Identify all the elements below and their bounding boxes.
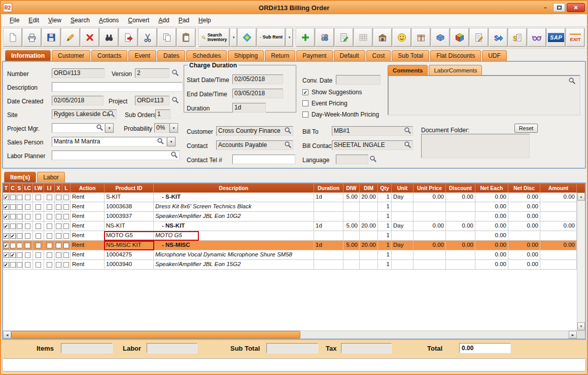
- tab-payment[interactable]: Payment: [296, 50, 332, 61]
- price-list-button[interactable]: $: [508, 28, 527, 47]
- row-checkbox-i-c[interactable]: [25, 262, 30, 268]
- sub-rent-dropdown[interactable]: [286, 28, 293, 47]
- save-button[interactable]: [42, 28, 60, 47]
- row-checkbox-l[interactable]: [63, 243, 69, 248]
- container-button[interactable]: [431, 28, 449, 47]
- row-checkbox-i-w[interactable]: [36, 223, 41, 229]
- column-header-description[interactable]: Description: [154, 183, 314, 193]
- table-row[interactable]: ✓Rent10003638Dress Kit 8x6' Screen Techn…: [3, 202, 585, 212]
- kits-cube-button[interactable]: [451, 28, 469, 47]
- tab-customer[interactable]: Customer: [52, 50, 90, 61]
- column-header-dim[interactable]: DIM: [360, 183, 378, 193]
- menu-add[interactable]: Add: [154, 15, 174, 25]
- find-button[interactable]: [100, 28, 118, 47]
- column-header-diw[interactable]: DIW: [343, 183, 360, 193]
- option-checkbox[interactable]: [302, 100, 308, 106]
- row-checkbox-i-i[interactable]: [47, 214, 52, 219]
- row-checkbox-l[interactable]: [63, 252, 69, 258]
- scroll-left-button[interactable]: [3, 331, 11, 339]
- contact-field[interactable]: Accounts Payable: [216, 140, 293, 150]
- contact-lookup-icon[interactable]: [284, 141, 292, 149]
- scrollbar-thumb[interactable]: [11, 331, 300, 339]
- tab-flat-discounts[interactable]: Flat Discounts: [430, 50, 481, 61]
- column-header-s[interactable]: S: [16, 183, 23, 193]
- row-checkbox-x[interactable]: [56, 233, 61, 239]
- column-header-l[interactable]: L: [62, 183, 71, 193]
- tab-cost[interactable]: Cost: [366, 50, 391, 61]
- start-date-field[interactable]: 02/05/2018: [232, 74, 283, 84]
- total-field[interactable]: 0.00: [459, 343, 511, 353]
- menu-pad[interactable]: Pad: [174, 15, 194, 25]
- menu-view[interactable]: View: [44, 15, 66, 25]
- scroll-right-button[interactable]: [569, 331, 577, 339]
- sap-button[interactable]: SAP: [547, 28, 565, 47]
- row-checkbox-i-i[interactable]: [47, 223, 52, 229]
- sub-rent-button[interactable]: Sub Rent: [257, 28, 285, 47]
- row-checkbox-c[interactable]: [10, 195, 16, 200]
- tab-schedules[interactable]: Schedules: [186, 50, 227, 61]
- new-document-button[interactable]: [4, 28, 22, 47]
- column-header-product-id[interactable]: Product ID: [105, 183, 154, 193]
- minimize-button[interactable]: –: [539, 3, 551, 12]
- project-field[interactable]: ORD#113: [135, 96, 169, 105]
- table-row[interactable]: ✓✓RentMOTO G5MOTO G510.00: [3, 231, 585, 241]
- table-row[interactable]: ✓RentNS-MISC KIT- NS-MISC1d5.0020.001Day…: [3, 241, 585, 250]
- row-checkbox-c[interactable]: [10, 223, 16, 229]
- row-checkbox-c[interactable]: ✓: [10, 233, 16, 239]
- row-checkbox-t[interactable]: ✓: [4, 223, 9, 229]
- row-checkbox-s[interactable]: [17, 214, 22, 219]
- row-checkbox-s[interactable]: [17, 252, 22, 258]
- row-checkbox-x[interactable]: [56, 214, 61, 219]
- table-row[interactable]: ✓RentNS-KIT- NS-KIT1d5.0020.001Day0.000.…: [3, 221, 585, 231]
- column-header-qty[interactable]: Qty: [378, 183, 392, 193]
- row-checkbox-i-i[interactable]: [47, 262, 52, 268]
- items-tab-labor[interactable]: Labor: [37, 172, 65, 182]
- comments-tab-laborcomments[interactable]: LaborComments: [429, 65, 482, 75]
- conv-date-field[interactable]: [336, 75, 381, 85]
- row-checkbox-i-w[interactable]: [36, 262, 41, 268]
- row-checkbox-i-c[interactable]: [25, 223, 30, 229]
- package-button[interactable]: [412, 28, 430, 47]
- edit-button[interactable]: [61, 28, 80, 47]
- review-glasses-button[interactable]: [528, 28, 546, 47]
- row-checkbox-t[interactable]: ✓: [4, 195, 9, 200]
- row-checkbox-i-i[interactable]: [47, 204, 52, 210]
- bill-to-lookup-icon[interactable]: [404, 127, 412, 135]
- duration-field[interactable]: 1d: [232, 103, 266, 113]
- option-checkbox[interactable]: ✓: [302, 89, 308, 95]
- number-field[interactable]: ORD#113: [52, 68, 105, 78]
- print-button[interactable]: [23, 28, 41, 47]
- project-mgr-dropdown[interactable]: [105, 123, 114, 133]
- column-header-amount[interactable]: Amount: [540, 183, 577, 193]
- search-inventory-button[interactable]: Search Inventory: [199, 28, 229, 47]
- row-checkbox-l[interactable]: [63, 233, 69, 239]
- labor-planner-field[interactable]: [52, 151, 180, 160]
- labor-planner-lookup-icon[interactable]: [170, 151, 179, 159]
- row-checkbox-x[interactable]: [56, 252, 61, 258]
- language-field[interactable]: [336, 155, 368, 164]
- probability-field[interactable]: 0%: [154, 123, 169, 133]
- close-button[interactable]: ✕: [567, 3, 585, 12]
- version-field[interactable]: 2: [135, 68, 169, 78]
- scroll-up-button[interactable]: [577, 193, 585, 201]
- row-checkbox-i-c[interactable]: [25, 243, 30, 248]
- grid-button[interactable]: [354, 28, 372, 47]
- smiley-button[interactable]: [393, 28, 411, 47]
- row-checkbox-i-w[interactable]: [36, 233, 41, 239]
- row-checkbox-i-w[interactable]: [36, 204, 41, 210]
- tax-field[interactable]: [341, 343, 392, 353]
- row-checkbox-c[interactable]: [10, 204, 16, 210]
- row-checkbox-t[interactable]: ✓: [4, 252, 9, 258]
- tab-return[interactable]: Return: [265, 50, 295, 61]
- row-checkbox-x[interactable]: [56, 243, 61, 248]
- customer-lookup-icon[interactable]: [284, 127, 292, 135]
- row-checkbox-i-i[interactable]: [47, 252, 52, 258]
- row-checkbox-i-w[interactable]: [36, 195, 41, 200]
- description-field[interactable]: [52, 82, 183, 92]
- row-checkbox-t[interactable]: ✓: [4, 233, 9, 239]
- options-wheel-button[interactable]: [316, 28, 334, 47]
- row-checkbox-c[interactable]: [10, 243, 16, 248]
- row-checkbox-i-i[interactable]: [47, 233, 52, 239]
- row-checkbox-i-w[interactable]: [36, 243, 41, 248]
- option-checkbox[interactable]: [302, 111, 308, 118]
